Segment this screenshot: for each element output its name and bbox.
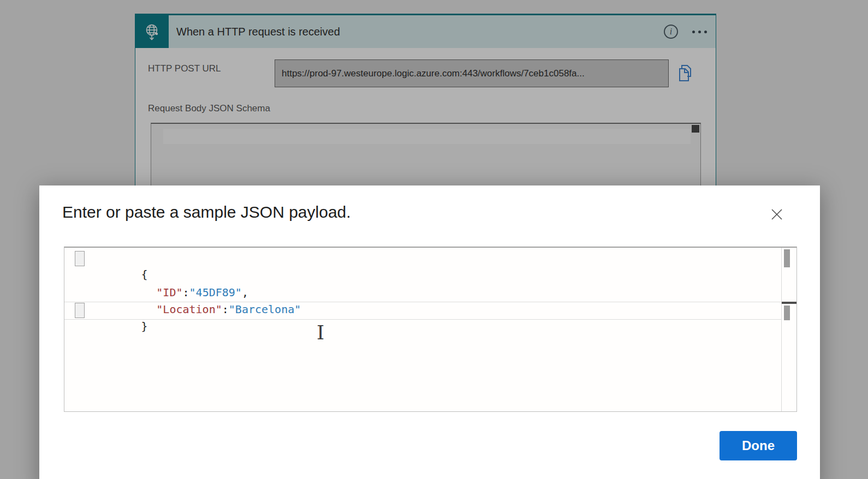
scroll-decoration-mark	[784, 306, 790, 320]
editor-line-3: "Location":"Barcelona"	[64, 284, 781, 301]
editor-scrollbar[interactable]	[781, 248, 796, 411]
editor-current-line: }	[64, 302, 781, 320]
editor-line-2: "ID":"45DF89",	[64, 267, 781, 284]
close-button[interactable]	[770, 205, 788, 224]
scroll-decoration-mark	[784, 249, 790, 267]
cursor-position-marker	[782, 302, 796, 304]
dialog-title: Enter or paste a sample JSON payload.	[62, 203, 351, 221]
sample-json-dialog: Enter or paste a sample JSON payload. {	[39, 185, 820, 479]
json-editor[interactable]: { "ID":"45DF89", "Location":"Barcelona" …	[64, 247, 797, 412]
bracket-match-highlight: {	[75, 251, 85, 266]
page-background: When a HTTP request is received i HTTP P…	[0, 0, 868, 479]
done-button[interactable]: Done	[720, 431, 797, 460]
close-icon	[770, 207, 788, 221]
bracket-match-highlight: }	[75, 303, 85, 318]
text-cursor-pointer: I	[317, 323, 324, 343]
editor-line-1: {	[64, 250, 781, 267]
